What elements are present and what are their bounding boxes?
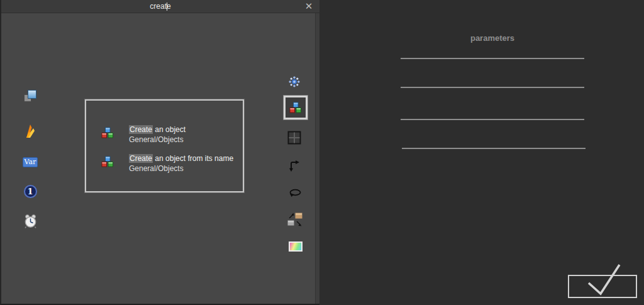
tab-objects-selected[interactable] [284, 96, 308, 119]
search-panel: ✕ Var 1 [0, 0, 319, 305]
objects-cubes-icon [289, 102, 302, 113]
result-create-object-from-name[interactable]: Create an object from its name General/O… [86, 153, 243, 177]
check-icon [584, 263, 623, 298]
swap-squares-icon [286, 211, 304, 228]
category-number[interactable]: 1 [22, 185, 38, 198]
grid-icon [287, 131, 301, 145]
parameter-field-4[interactable] [402, 148, 586, 149]
result-group: General/Objects [129, 164, 184, 173]
loop-icon [289, 189, 302, 197]
number-one-icon: 1 [24, 185, 37, 198]
title-rest: an object [153, 125, 186, 134]
result-title: Create an object [129, 125, 186, 134]
alarm-clock-icon [24, 214, 37, 228]
parameters-panel: parameters [319, 0, 644, 305]
instruction-search-window: ✕ Var 1 [0, 0, 644, 305]
category-scene-objects[interactable] [22, 90, 38, 103]
parameter-field-3[interactable] [401, 119, 584, 120]
var-icon: Var [23, 157, 38, 167]
text-caret [167, 3, 167, 11]
category-timers[interactable] [22, 214, 38, 228]
objects-cubes-icon [101, 156, 114, 167]
search-input[interactable] [39, 1, 282, 12]
category-variables[interactable]: Var [22, 157, 38, 167]
matched-text: Create [129, 125, 153, 134]
category-firebase[interactable] [22, 123, 38, 139]
close-icon[interactable]: ✕ [303, 1, 314, 12]
tab-z-order[interactable] [286, 211, 304, 228]
gear-icon [288, 75, 301, 88]
result-group: General/Objects [129, 135, 184, 144]
overlapping-squares-icon [24, 90, 37, 103]
tab-settings[interactable] [287, 75, 301, 88]
result-title: Create an object from its name [129, 154, 233, 163]
parameters-title: parameters [401, 33, 584, 43]
gradient-icon [289, 241, 303, 252]
objects-cubes-icon [101, 127, 114, 138]
search-bar: ✕ [1, 0, 319, 13]
result-create-an-object[interactable]: Create an object General/Objects [86, 125, 243, 148]
tab-grid[interactable] [287, 131, 301, 145]
parameter-field-1[interactable] [401, 58, 584, 59]
tab-path[interactable] [288, 159, 301, 172]
path-arrow-icon [289, 160, 300, 172]
flame-icon [23, 123, 37, 139]
search-results-box: Create an object General/Objects Create … [85, 99, 244, 192]
tab-rotation[interactable] [288, 189, 302, 197]
title-rest: an object from its name [153, 154, 233, 163]
matched-text: Create [129, 154, 153, 163]
parameter-field-2[interactable] [401, 87, 584, 88]
tab-color[interactable] [288, 241, 303, 252]
